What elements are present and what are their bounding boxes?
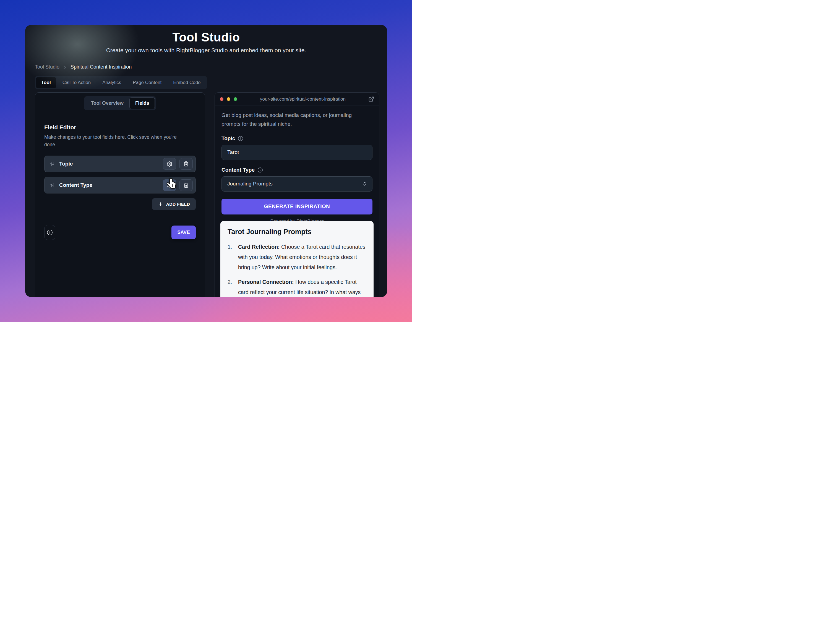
list-item: 1. Card Reflection: Choose a Tarot card … <box>228 242 366 273</box>
field-delete-button[interactable] <box>180 179 193 191</box>
info-icon[interactable] <box>257 167 263 173</box>
info-button[interactable] <box>44 225 55 240</box>
desktop-background: Tool Studio Create your own tools with R… <box>0 0 412 322</box>
breadcrumb: Tool Studio Spiritual Content Inspiratio… <box>35 64 387 70</box>
drag-handle-icon[interactable] <box>49 182 55 188</box>
preview-url: your-site.com/spiritual-content-inspirat… <box>237 97 368 102</box>
field-settings-button[interactable] <box>163 179 176 191</box>
traffic-light-red <box>220 97 223 101</box>
page-title: Tool Studio <box>25 31 387 44</box>
editor-segmented-control: Tool Overview Fields <box>84 96 156 110</box>
field-row-topic: Topic <box>44 156 196 172</box>
trash-icon <box>183 161 189 167</box>
content-type-select[interactable]: Journaling Prompts <box>221 176 372 192</box>
open-external-button[interactable] <box>368 96 374 102</box>
drag-handle-icon[interactable] <box>49 161 55 167</box>
gear-icon <box>167 161 172 167</box>
chevron-right-icon <box>63 65 67 69</box>
list-item-number: 2. <box>228 277 238 297</box>
segment-fields[interactable]: Fields <box>129 97 155 109</box>
topic-label: Topic <box>221 135 235 141</box>
main-tab-bar: Tool Call To Action Analytics Page Conte… <box>35 76 207 89</box>
field-label: Topic <box>59 161 73 167</box>
traffic-light-yellow <box>227 97 230 101</box>
page-header: Tool Studio Create your own tools with R… <box>25 25 387 54</box>
field-row-content-type: Content Type <box>44 177 196 193</box>
field-editor-heading: Field Editor <box>44 124 196 131</box>
tab-analytics[interactable]: Analytics <box>97 77 126 88</box>
field-label: Content Type <box>59 182 92 188</box>
tab-tool[interactable]: Tool <box>36 77 56 88</box>
tab-call-to-action[interactable]: Call To Action <box>57 77 96 88</box>
tab-embed-code[interactable]: Embed Code <box>168 77 206 88</box>
browser-chrome: your-site.com/spiritual-content-inspirat… <box>215 93 379 106</box>
tool-studio-panel: Tool Studio Create your own tools with R… <box>25 25 387 297</box>
field-editor-description: Make changes to your tool fields here. C… <box>44 133 184 149</box>
add-field-button[interactable]: ADD FIELD <box>152 198 196 210</box>
topic-input[interactable] <box>221 145 372 160</box>
list-item-number: 1. <box>228 242 238 273</box>
segment-tool-overview[interactable]: Tool Overview <box>85 97 129 109</box>
info-icon <box>47 229 53 236</box>
info-icon[interactable] <box>238 136 243 141</box>
breadcrumb-root-link[interactable]: Tool Studio <box>35 64 60 70</box>
chevrons-up-down-icon <box>362 181 367 186</box>
external-link-icon <box>368 96 374 102</box>
list-item-lead: Card Reflection: <box>238 244 280 250</box>
result-list: 1. Card Reflection: Choose a Tarot card … <box>228 242 366 297</box>
result-heading: Tarot Journaling Prompts <box>228 228 366 236</box>
page-subtitle: Create your own tools with RightBlogger … <box>25 47 387 54</box>
save-button[interactable]: SAVE <box>171 225 196 239</box>
generated-result-card: Tarot Journaling Prompts 1. Card Reflect… <box>220 221 374 297</box>
site-preview-card: your-site.com/spiritual-content-inspirat… <box>215 92 380 297</box>
content-type-label: Content Type <box>221 167 255 173</box>
field-settings-button[interactable] <box>163 158 176 170</box>
field-editor-card: Tool Overview Fields Field Editor Make c… <box>35 92 205 297</box>
list-item: 2. Personal Connection: How does a speci… <box>228 277 366 297</box>
field-delete-button[interactable] <box>180 158 193 170</box>
gear-icon <box>167 182 172 188</box>
tab-page-content[interactable]: Page Content <box>128 77 167 88</box>
field-list: Topic Content Type <box>44 156 196 193</box>
list-item-lead: Personal Connection: <box>238 279 294 285</box>
tool-description: Get blog post ideas, social media captio… <box>221 111 365 129</box>
traffic-light-green <box>234 97 237 101</box>
generate-inspiration-button[interactable]: GENERATE INSPIRATION <box>221 199 372 215</box>
breadcrumb-current: Spiritual Content Inspiration <box>71 64 132 70</box>
trash-icon <box>183 182 189 188</box>
plus-icon <box>158 201 163 207</box>
